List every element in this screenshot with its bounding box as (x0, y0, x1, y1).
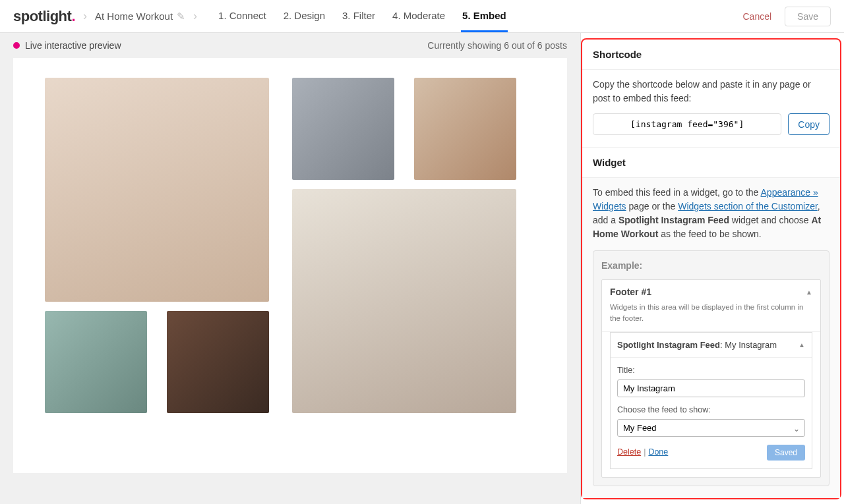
feed-name-label: At Home Workout (95, 11, 173, 22)
tab-filter[interactable]: 3. Filter (341, 1, 377, 32)
feed-select-label: Choose the feed to show: (617, 404, 805, 416)
feed-select-value (617, 419, 805, 437)
copy-button[interactable]: Copy (788, 113, 829, 135)
cancel-button[interactable]: Cancel (736, 7, 778, 26)
widget-example: Example: Footer #1 ▲ Widgets in this are… (593, 250, 829, 486)
chevron-down-icon: ⌄ (793, 423, 800, 435)
tab-design[interactable]: 2. Design (282, 1, 326, 32)
feed-name[interactable]: At Home Workout ✎ (95, 11, 185, 22)
feed-post[interactable] (167, 311, 269, 413)
main-area: Live interactive preview Currently showi… (0, 33, 844, 504)
title-field-label: Title: (617, 364, 805, 377)
feed-canvas (13, 58, 567, 473)
preview-panel: Live interactive preview Currently showi… (0, 33, 580, 504)
showing-count: Currently showing 6 out of 6 posts (427, 40, 567, 51)
widget-area-title: Footer #1 (610, 285, 651, 299)
feed-post[interactable] (414, 78, 516, 180)
delete-link[interactable]: Delete (617, 446, 641, 459)
widget-item: Spotlight Instagram Feed: My Instagram ▲… (610, 332, 812, 469)
example-label: Example: (601, 259, 821, 273)
chevron-right-icon: › (83, 9, 87, 23)
logo: spotlight. (13, 8, 75, 25)
caret-up-icon: ▲ (799, 340, 805, 350)
feed-post[interactable] (292, 189, 516, 413)
tab-embed[interactable]: 5. Embed (461, 1, 508, 32)
shortcode-desc: Copy the shortcode below and paste it in… (593, 78, 829, 105)
feed-post[interactable] (45, 311, 147, 413)
tab-connect[interactable]: 1. Connect (217, 1, 268, 32)
embed-highlight: Shortcode Copy the shortcode below and p… (581, 38, 841, 499)
save-button[interactable]: Save (785, 7, 831, 26)
topbar-actions: Cancel Save (736, 7, 831, 26)
done-link[interactable]: Done (648, 446, 668, 459)
pencil-icon[interactable]: ✎ (177, 11, 185, 22)
feed-post[interactable] (45, 78, 269, 302)
widget-area-sub: Widgets in this area will be displayed i… (610, 302, 812, 325)
shortcode-heading: Shortcode (582, 40, 840, 69)
feed-select[interactable]: ⌄ (617, 419, 805, 437)
live-dot-icon (13, 42, 20, 49)
top-bar: spotlight. › At Home Workout ✎ › 1. Conn… (0, 0, 844, 33)
tab-moderate[interactable]: 4. Moderate (391, 1, 446, 32)
customizer-widgets-link[interactable]: Widgets section of the Customizer (678, 201, 818, 211)
shortcode-input[interactable] (593, 113, 781, 135)
caret-up-icon[interactable]: ▲ (806, 287, 812, 297)
wizard-tabs: 1. Connect 2. Design 3. Filter 4. Modera… (217, 1, 508, 32)
widget-title-input[interactable] (617, 379, 805, 397)
widget-area: Footer #1 ▲ Widgets in this area will be… (601, 279, 821, 478)
chevron-right-icon: › (193, 9, 197, 23)
widget-item-header[interactable]: Spotlight Instagram Feed: My Instagram ▲ (611, 333, 812, 358)
feed-post[interactable] (292, 78, 394, 180)
preview-bar: Live interactive preview Currently showi… (0, 33, 580, 58)
shortcode-section: Copy the shortcode below and paste it in… (582, 69, 840, 147)
saved-button[interactable]: Saved (767, 445, 805, 461)
embed-sidebar: Shortcode Copy the shortcode below and p… (580, 33, 844, 504)
widget-heading: Widget (582, 147, 840, 177)
widget-desc: To embed this feed in a widget, go to th… (593, 186, 829, 241)
widget-section: To embed this feed in a widget, go to th… (582, 177, 840, 498)
live-preview-label: Live interactive preview (25, 40, 121, 51)
